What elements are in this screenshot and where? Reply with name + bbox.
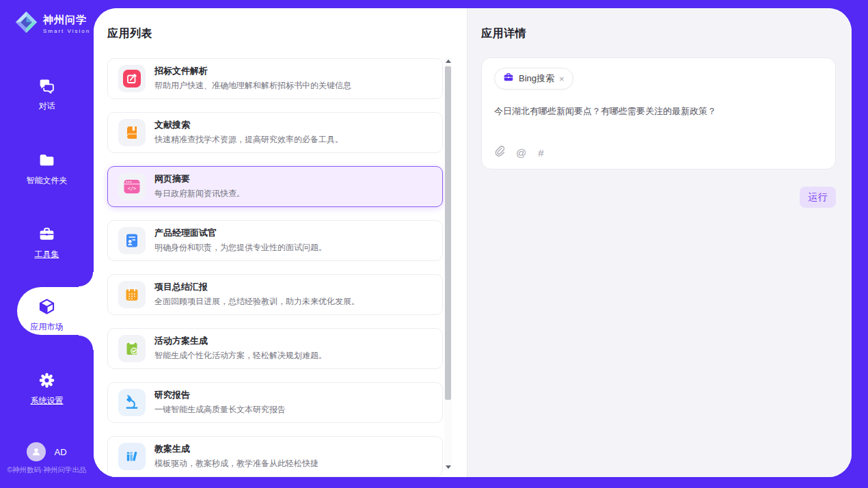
logo-title: 神州问学 <box>43 14 90 27</box>
app-card-desc: 全面回顾项目进展，总结经验教训，助力未来优化发展。 <box>154 296 360 308</box>
user-account[interactable]: AD <box>0 442 94 461</box>
clipboard-icon <box>118 335 146 362</box>
run-row: 运行 <box>481 187 836 208</box>
main-content: 应用列表 招标文件解析 帮助用户快速、准确地理解和解析招标书中的关键信息 文献搜… <box>94 8 852 477</box>
folder-icon <box>38 160 56 172</box>
attachment-toolbar: @ # <box>494 146 544 160</box>
sidebar-item-chat[interactable]: 对话 <box>0 77 94 112</box>
tool-chip-bing-search[interactable]: Bing搜索 × <box>494 68 573 90</box>
app-card-notepad[interactable]: 项目总结汇报 全面回顾项目进展，总结经验教训，助力未来优化发展。 <box>107 274 443 315</box>
copyright-text: ©神州数码·神州问学出品 <box>0 465 94 475</box>
logo-subtitle: Smart Vision <box>43 28 90 34</box>
run-button[interactable]: 运行 <box>800 187 836 208</box>
prompt-input[interactable]: 今日湖北有哪些新闻要点？有哪些需要关注的最新政策？ <box>494 105 823 118</box>
app-card-name: 教案生成 <box>154 444 318 455</box>
sidebar-item-smart-folder[interactable]: 智能文件夹 <box>0 151 94 187</box>
scrollbar-thumb[interactable] <box>445 66 451 400</box>
interview-icon <box>118 227 146 254</box>
bubble-fillet-top <box>79 272 94 287</box>
sidebar-item-label: 应用市场 <box>0 321 94 333</box>
sidebar-item-label: 智能文件夹 <box>0 175 94 187</box>
prompt-card[interactable]: Bing搜索 × 今日湖北有哪些新闻要点？有哪些需要关注的最新政策？ @ # <box>481 57 836 170</box>
scrollbar-down-arrow-icon[interactable] <box>444 463 452 470</box>
svg-text:</>: </> <box>128 186 137 191</box>
bubble-fillet-bottom <box>79 335 94 350</box>
app-card-desc: 智能生成个性化活动方案，轻松解决规划难题。 <box>154 350 327 362</box>
user-initials: AD <box>54 447 66 457</box>
app-window: 神州问学 Smart Vision 对话 智能文件夹 <box>0 0 868 488</box>
app-list: 招标文件解析 帮助用户快速、准确地理解和解析招标书中的关键信息 文献搜索 快速精… <box>107 58 443 477</box>
logo-diamond-icon <box>14 10 38 37</box>
hash-icon[interactable]: # <box>538 148 543 158</box>
at-icon[interactable]: @ <box>516 148 526 158</box>
bid-doc-icon <box>118 65 146 92</box>
app-card-name: 项目总结汇报 <box>154 282 360 293</box>
sidebar-item-toolset[interactable]: 工具集 <box>0 225 94 260</box>
chip-close-icon[interactable]: × <box>559 74 565 83</box>
app-card-desc: 每日政府新闻资讯快查。 <box>154 188 245 200</box>
app-card-books[interactable]: 教案生成 模板驱动，教案秒成，教学准备从此轻松快捷 <box>107 436 443 477</box>
app-logo: 神州问学 Smart Vision <box>14 10 90 37</box>
chat-icon <box>38 85 56 97</box>
app-list-pane: 应用列表 招标文件解析 帮助用户快速、准确地理解和解析招标书中的关键信息 文献搜… <box>94 8 467 477</box>
books-icon <box>118 443 146 470</box>
app-list-title: 应用列表 <box>107 27 467 41</box>
webpage-icon: </> <box>118 173 146 200</box>
app-card-interview[interactable]: 产品经理面试官 明确身份和职责，为您提供专业性的面试问题。 <box>107 220 443 261</box>
app-card-clipboard[interactable]: 活动方案生成 智能生成个性化活动方案，轻松解决规划难题。 <box>107 328 443 369</box>
app-card-name: 招标文件解析 <box>154 66 351 77</box>
app-detail-title: 应用详情 <box>481 27 836 41</box>
app-card-name: 文献搜索 <box>154 120 343 131</box>
tool-chip-label: Bing搜索 <box>519 72 554 85</box>
app-card-name: 活动方案生成 <box>154 336 327 347</box>
sidebar-item-label: 系统设置 <box>0 395 94 407</box>
gear-icon <box>38 380 56 392</box>
microscope-icon <box>118 389 146 416</box>
app-card-name: 网页摘要 <box>154 174 245 185</box>
paperclip-icon[interactable] <box>494 146 504 160</box>
app-card-desc: 快速精准查找学术资源，提高研究效率的必备工具。 <box>154 134 343 146</box>
app-card-book[interactable]: 文献搜索 快速精准查找学术资源，提高研究效率的必备工具。 <box>107 112 443 153</box>
app-card-microscope[interactable]: 研究报告 一键智能生成高质量长文本研究报告 <box>107 382 443 423</box>
sidebar-item-settings[interactable]: 系统设置 <box>0 371 94 407</box>
sidebar: 神州问学 Smart Vision 对话 智能文件夹 <box>0 0 94 488</box>
app-card-webpage[interactable]: </> 网页摘要 每日政府新闻资讯快查。 <box>107 166 443 207</box>
book-icon <box>118 119 146 146</box>
app-card-desc: 一键智能生成高质量长文本研究报告 <box>154 404 286 416</box>
sidebar-item-label: 工具集 <box>0 249 94 260</box>
app-detail-pane: 应用详情 Bing搜索 × 今日湖北有哪些新闻要点？有哪些需要关注的最新政 <box>467 8 852 477</box>
cube-icon <box>38 306 56 318</box>
app-card-name: 产品经理面试官 <box>154 228 327 239</box>
app-list-scrollbar <box>444 57 452 470</box>
notepad-icon <box>118 281 146 308</box>
briefcase-icon <box>503 72 514 85</box>
sidebar-item-app-market[interactable]: 应用市场 <box>0 297 94 333</box>
app-card-desc: 帮助用户快速、准确地理解和解析招标书中的关键信息 <box>154 80 351 92</box>
app-card-desc: 明确身份和职责，为您提供专业性的面试问题。 <box>154 242 327 254</box>
scrollbar-up-arrow-icon[interactable] <box>444 57 452 64</box>
app-card-desc: 模板驱动，教案秒成，教学准备从此轻松快捷 <box>154 458 318 470</box>
briefcase-icon <box>38 234 56 245</box>
sidebar-item-label: 对话 <box>0 100 94 112</box>
avatar <box>27 442 46 461</box>
app-card-bid-doc[interactable]: 招标文件解析 帮助用户快速、准确地理解和解析招标书中的关键信息 <box>107 58 443 99</box>
app-card-name: 研究报告 <box>154 390 286 401</box>
